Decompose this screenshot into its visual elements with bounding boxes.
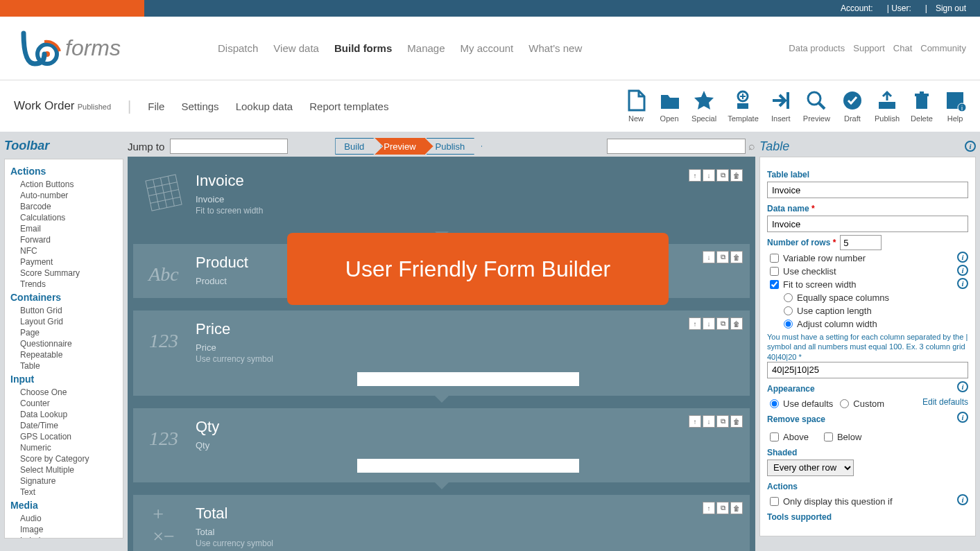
toolbar-item-data-lookup[interactable]: Data Lookup (8, 409, 120, 420)
nav-view-data[interactable]: View data (273, 42, 319, 54)
equal-space-radio[interactable] (784, 293, 793, 302)
submenu-report-templates[interactable]: Report templates (309, 100, 388, 112)
submenu-lookup-data[interactable]: Lookup data (236, 100, 293, 112)
toolbar-group-media[interactable]: Media (8, 498, 120, 513)
action-delete[interactable]: Delete (911, 89, 933, 123)
block-copy-button[interactable]: ⧉ (716, 317, 729, 330)
block-copy-button[interactable]: ⧉ (716, 169, 729, 182)
toolbar-item-choose-one[interactable]: Choose One (8, 387, 120, 398)
toolbar-item-barcode[interactable]: Barcode (8, 201, 120, 212)
toolbar-item-score-by-category[interactable]: Score by Category (8, 453, 120, 464)
block-copy-button[interactable]: ⧉ (716, 502, 729, 514)
block-up-button[interactable]: ↑ (689, 317, 701, 330)
block-up-button[interactable]: ↑ (703, 502, 715, 514)
nav-what's-new[interactable]: What's new (528, 42, 582, 54)
nav-manage[interactable]: Manage (407, 42, 445, 54)
toolbar-item-signature[interactable]: Signature (8, 475, 120, 487)
action-preview[interactable]: Preview (803, 89, 830, 123)
aux-support[interactable]: Support (853, 43, 885, 53)
form-block-invoice[interactable]: InvoiceInvoiceFit to screen width↑↓⧉🗑 (133, 162, 750, 231)
toolbar-item-image[interactable]: Image (8, 524, 120, 535)
aux-data-products[interactable]: Data products (789, 43, 845, 53)
info-icon[interactable]: i (957, 278, 968, 289)
toolbar-item-counter[interactable]: Counter (8, 398, 120, 409)
step-publish[interactable]: Publish (427, 138, 483, 155)
signout-link[interactable]: Sign out (936, 3, 966, 13)
nav-dispatch[interactable]: Dispatch (218, 42, 258, 54)
nav-my-account[interactable]: My account (461, 42, 514, 54)
info-icon[interactable]: i (957, 412, 968, 423)
above-check[interactable] (770, 432, 779, 441)
toolbar-item-page[interactable]: Page (8, 327, 120, 338)
custom-radio[interactable] (840, 399, 849, 408)
logo[interactable]: forms (14, 28, 121, 69)
block-delete-button[interactable]: 🗑 (730, 169, 743, 182)
toolbar-item-numeric[interactable]: Numeric (8, 442, 120, 453)
info-icon[interactable]: i (965, 141, 976, 152)
step-build[interactable]: Build (335, 138, 381, 155)
toolbar-group-input[interactable]: Input (8, 371, 120, 387)
nav-build-forms[interactable]: Build forms (334, 42, 392, 54)
block-delete-button[interactable]: 🗑 (730, 317, 743, 330)
block-copy-button[interactable]: ⧉ (716, 251, 729, 263)
table-label-input[interactable] (767, 182, 968, 198)
block-down-button[interactable]: ↓ (703, 169, 715, 182)
checklist-check[interactable] (770, 267, 779, 276)
toolbar-item-repeatable[interactable]: Repeatable (8, 349, 120, 360)
info-icon[interactable]: i (957, 252, 968, 263)
toolbar-item-table[interactable]: Table (8, 360, 120, 371)
block-delete-button[interactable]: 🗑 (730, 251, 743, 263)
form-block-price[interactable]: 123PricePriceUse currency symbol↑↓⧉🗑 (133, 311, 750, 396)
search-icon[interactable]: ⌕ (748, 140, 755, 152)
jump-input[interactable] (170, 139, 288, 154)
toolbar-item-text[interactable]: Text (8, 487, 120, 498)
toolbar-item-button-grid[interactable]: Button Grid (8, 305, 120, 316)
form-block-total[interactable]: +×−TotalTotalUse currency symbol↑⧉🗑 (133, 495, 750, 551)
toolbar-item-email[interactable]: Email (8, 223, 120, 234)
toolbar-item-forward[interactable]: Forward (8, 234, 120, 245)
toolbar-item-layout-grid[interactable]: Layout Grid (8, 316, 120, 327)
canvas-body[interactable]: User Friendly Form Builder InvoiceInvoic… (128, 157, 755, 551)
toolbar-item-score-summary[interactable]: Score Summary (8, 268, 120, 279)
toolbar-item-label[interactable]: Label (8, 535, 120, 539)
toolbar-item-audio[interactable]: Audio (8, 513, 120, 524)
info-icon[interactable]: i (957, 265, 968, 276)
toolbar-group-actions[interactable]: Actions (8, 164, 120, 179)
toolbar-item-trends[interactable]: Trends (8, 279, 120, 290)
action-special[interactable]: Special (691, 89, 716, 123)
only-display-check[interactable] (770, 497, 779, 506)
block-up-button[interactable]: ↑ (689, 169, 701, 182)
block-copy-button[interactable]: ⧉ (716, 415, 729, 428)
step-preview[interactable]: Preview (375, 138, 433, 155)
toolbar-item-questionnaire[interactable]: Questionnaire (8, 338, 120, 349)
action-help[interactable]: iHelp (944, 89, 966, 123)
toolbar-item-auto-number[interactable]: Auto-number (8, 190, 120, 201)
block-down-button[interactable]: ↓ (703, 251, 715, 263)
use-defaults-radio[interactable] (770, 399, 779, 408)
toolbar-group-containers[interactable]: Containers (8, 290, 120, 305)
submenu-settings[interactable]: Settings (181, 100, 218, 112)
edit-defaults-link[interactable]: Edit defaults (922, 397, 968, 407)
toolbar-item-calculations[interactable]: Calculations (8, 212, 120, 223)
num-rows-input[interactable] (840, 235, 882, 250)
block-down-button[interactable]: ↓ (703, 415, 715, 428)
aux-chat[interactable]: Chat (893, 43, 912, 53)
action-draft[interactable]: Draft (841, 89, 863, 123)
toolbar-item-payment[interactable]: Payment (8, 256, 120, 268)
search-input[interactable] (607, 139, 746, 154)
action-insert[interactable]: Insert (770, 89, 792, 123)
submenu-file[interactable]: File (148, 100, 164, 112)
toolbar-item-nfc[interactable]: NFC (8, 245, 120, 256)
variable-row-check[interactable] (770, 254, 779, 263)
toolbar-item-action-buttons[interactable]: Action Buttons (8, 179, 120, 190)
shaded-select[interactable]: Every other row (767, 460, 854, 476)
info-icon[interactable]: i (957, 494, 968, 505)
block-up-button[interactable]: ↑ (689, 415, 701, 428)
fit-screen-check[interactable] (770, 280, 779, 289)
form-block-qty[interactable]: 123QtyQty↑↓⧉🗑 (133, 408, 750, 482)
block-delete-button[interactable]: 🗑 (730, 502, 743, 514)
caption-len-radio[interactable] (784, 306, 793, 315)
toolbar-item-select-multiple[interactable]: Select Multiple (8, 464, 120, 475)
toolbar-item-date/time[interactable]: Date/Time (8, 420, 120, 431)
adjust-col-radio[interactable] (784, 320, 793, 329)
